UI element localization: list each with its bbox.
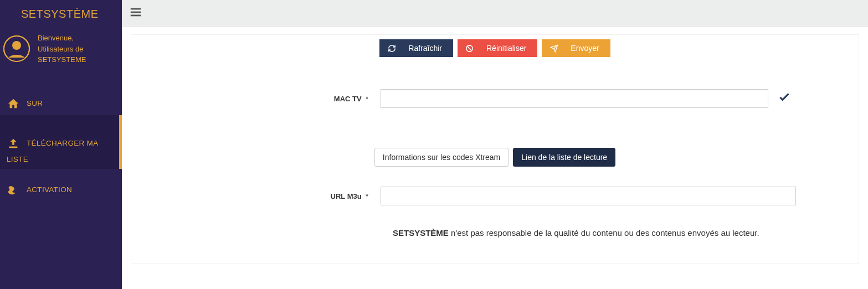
tab-playlist[interactable]: Lien de la liste de lecture [513, 148, 615, 167]
send-button[interactable]: Envoyer [542, 39, 610, 57]
tab-row: Informations sur les codes Xtream Lien d… [142, 148, 848, 167]
m3u-input[interactable] [381, 187, 796, 205]
sidebar-item-about[interactable]: SUR [0, 92, 122, 115]
svg-rect-7 [131, 15, 141, 17]
action-buttons: Rafraîchir Réinitialiser Envoyer [142, 39, 848, 57]
check-icon [777, 91, 792, 107]
sidebar-nav: SUR TÉLÉCHARGER MA LISTE ACTIVATION [0, 92, 122, 201]
mac-row: MAC TV * [142, 89, 848, 108]
tab-label: Informations sur les codes Xtream [383, 153, 500, 162]
avatar [3, 35, 30, 62]
refresh-button[interactable]: Rafraîchir [379, 39, 453, 57]
button-label: Rafraîchir [408, 44, 442, 53]
button-label: Envoyer [571, 44, 599, 53]
sidebar-item-label: SUR [27, 99, 43, 107]
button-label: Réinitialiser [486, 44, 526, 53]
activation-icon [7, 184, 20, 195]
sidebar-item-label: LISTE [7, 155, 115, 163]
tab-label: Lien de la liste de lecture [521, 153, 607, 162]
reset-button[interactable]: Réinitialiser [458, 39, 537, 57]
svg-rect-4 [9, 146, 18, 148]
ban-icon [465, 44, 474, 53]
sidebar: SETSYSTÈME Bienvenue, Utilisateurs de SE… [0, 0, 122, 289]
svg-rect-6 [131, 12, 141, 13]
svg-point-1 [12, 41, 21, 50]
upload-icon [7, 137, 20, 149]
disclaimer-strong: SETSYSTÈME [393, 228, 449, 238]
m3u-row: URL M3u * [142, 187, 848, 205]
topbar [122, 0, 868, 27]
sidebar-item-label: ACTIVATION [27, 185, 72, 194]
tab-xtream[interactable]: Informations sur les codes Xtream [374, 148, 509, 167]
welcome-line1: Bienvenue, [38, 33, 114, 44]
disclaimer: SETSYSTÈME n'est pas responsable de la q… [393, 225, 814, 241]
brand-title: SETSYSTÈME [0, 0, 122, 26]
welcome-block: Bienvenue, Utilisateurs de SETSYSTEME [0, 26, 122, 75]
panel: Rafraîchir Réinitialiser Envoyer [131, 34, 859, 264]
main: Rafraîchir Réinitialiser Envoyer [122, 0, 868, 289]
send-icon [549, 44, 558, 53]
content: Rafraîchir Réinitialiser Envoyer [122, 27, 868, 289]
disclaimer-text: n'est pas responsable de la qualité du c… [449, 228, 759, 238]
sidebar-item-upload[interactable]: TÉLÉCHARGER MA LISTE [0, 115, 122, 169]
svg-rect-5 [131, 8, 141, 10]
welcome-text: Bienvenue, Utilisateurs de SETSYSTEME [38, 33, 114, 65]
welcome-line2: Utilisateurs de SETSYSTEME [38, 44, 114, 65]
hamburger-icon[interactable] [130, 6, 142, 20]
mac-input[interactable] [381, 89, 768, 108]
sidebar-item-activation[interactable]: ACTIVATION [0, 169, 122, 201]
home-icon [7, 97, 20, 110]
sidebar-item-label: TÉLÉCHARGER MA [27, 139, 98, 147]
mac-label: MAC TV * [142, 95, 381, 103]
m3u-label: URL M3u * [142, 192, 381, 200]
svg-line-9 [468, 46, 472, 51]
refresh-icon [387, 44, 396, 53]
